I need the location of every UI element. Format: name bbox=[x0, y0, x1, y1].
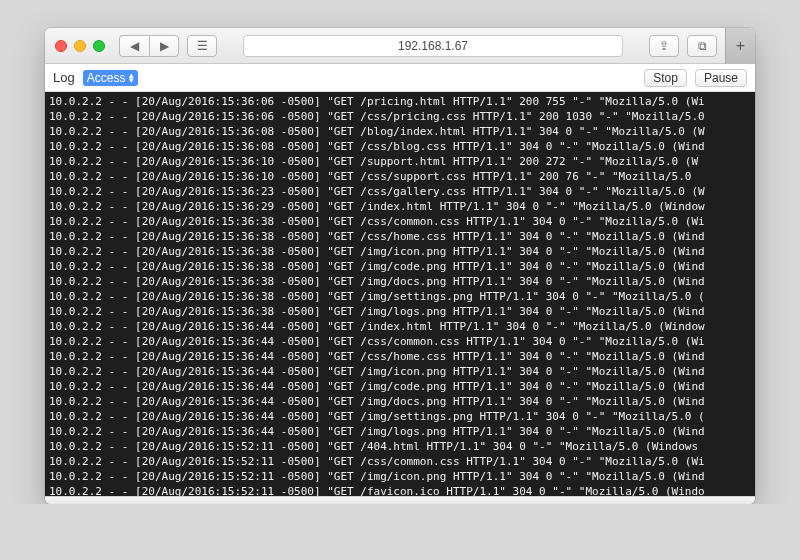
close-icon[interactable] bbox=[55, 40, 67, 52]
titlebar: ◀ ▶ ☰ 192.168.1.67 ⇪ ⧉ + bbox=[45, 28, 755, 64]
tabs-button[interactable]: ⧉ bbox=[687, 35, 717, 57]
browser-window: ◀ ▶ ☰ 192.168.1.67 ⇪ ⧉ + Log Access ▴▾ bbox=[45, 28, 755, 504]
back-button[interactable]: ◀ bbox=[119, 35, 149, 57]
select-value: Access bbox=[87, 71, 126, 85]
tabs-icon: ⧉ bbox=[698, 39, 707, 53]
sidebar-icon: ☰ bbox=[197, 39, 208, 53]
log-toolbar: Log Access ▴▾ Stop Pause bbox=[45, 64, 755, 92]
chevron-right-icon: ▶ bbox=[160, 39, 169, 53]
chevron-left-icon: ◀ bbox=[130, 39, 139, 53]
nav-buttons: ◀ ▶ bbox=[119, 35, 179, 57]
plus-icon: + bbox=[736, 37, 745, 55]
chevron-updown-icon: ▴▾ bbox=[129, 73, 134, 83]
log-type-select[interactable]: Access ▴▾ bbox=[83, 70, 139, 86]
address-bar[interactable]: 192.168.1.67 bbox=[243, 35, 623, 57]
share-button[interactable]: ⇪ bbox=[649, 35, 679, 57]
stop-button[interactable]: Stop bbox=[644, 69, 687, 87]
pause-button[interactable]: Pause bbox=[695, 69, 747, 87]
sidebar-button[interactable]: ☰ bbox=[187, 35, 217, 57]
url-text: 192.168.1.67 bbox=[398, 39, 468, 53]
minimize-icon[interactable] bbox=[74, 40, 86, 52]
new-tab-button[interactable]: + bbox=[725, 28, 755, 64]
forward-button[interactable]: ▶ bbox=[149, 35, 179, 57]
zoom-icon[interactable] bbox=[93, 40, 105, 52]
share-icon: ⇪ bbox=[659, 39, 669, 53]
log-console[interactable]: 10.0.2.2 - - [20/Aug/2016:15:36:06 -0500… bbox=[45, 92, 755, 496]
window-controls bbox=[55, 40, 105, 52]
status-bar bbox=[45, 496, 755, 504]
log-label: Log bbox=[53, 70, 75, 85]
